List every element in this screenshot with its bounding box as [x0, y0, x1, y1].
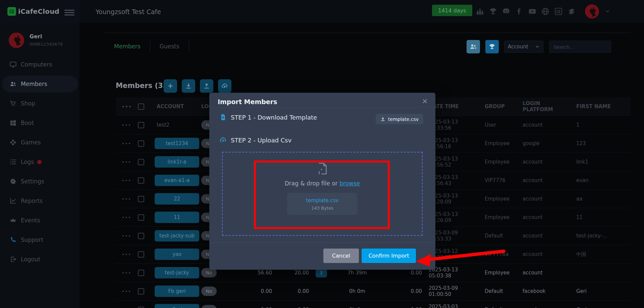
row-menu-icon[interactable]: ••• [116, 233, 132, 238]
layers-icon[interactable] [567, 7, 576, 16]
sidebar-user[interactable]: Geri 008612345678 [9, 33, 63, 48]
value-cell: 0.00 [273, 307, 310, 308]
notification-dot [37, 160, 42, 164]
close-icon[interactable]: × [422, 97, 428, 105]
account-cell[interactable]: test1234 [155, 138, 199, 149]
row-menu-icon[interactable]: ••• [116, 104, 132, 109]
plus-button[interactable] [164, 79, 177, 93]
first-name-cell: link1 [572, 159, 631, 165]
row-menu-icon[interactable]: ••• [116, 289, 132, 294]
account-cell[interactable]: Geri [155, 304, 199, 308]
ranking-button[interactable] [485, 40, 499, 53]
row-checkbox[interactable] [138, 140, 144, 147]
row-checkbox[interactable] [138, 270, 144, 276]
search-input[interactable] [549, 41, 611, 53]
sidebar-item-boot[interactable]: Boot [0, 113, 79, 133]
selected-file-size: 143 Bytes [311, 206, 333, 211]
row-checkbox[interactable] [138, 122, 144, 128]
locked-badge: No [201, 287, 217, 296]
sidebar-item-members[interactable]: Members [0, 74, 79, 94]
cloud-down-button[interactable] [218, 79, 231, 93]
topbar-icons: i2 [476, 0, 610, 23]
account-cell[interactable]: test-jacky-sub [155, 230, 199, 241]
row-checkbox[interactable] [138, 159, 144, 165]
group-cell: User [480, 122, 518, 128]
group-cell: Employee [480, 270, 518, 276]
sidebar-item-logs[interactable]: Logs [0, 152, 79, 172]
tab-guests[interactable]: Guests [150, 43, 189, 50]
file-icon [316, 162, 329, 175]
cancel-button[interactable]: Cancel [323, 249, 359, 263]
sidebar-item-label: Games [21, 139, 41, 146]
trophy-icon[interactable] [489, 7, 497, 16]
upload-button[interactable] [200, 79, 213, 93]
value-cell: 0.00 [273, 288, 310, 294]
download-template-button[interactable]: template.csv [376, 114, 423, 124]
download-button[interactable] [182, 79, 195, 93]
row-checkbox[interactable] [138, 177, 144, 184]
gamepad-icon [9, 139, 17, 146]
sidebar-item-computers[interactable]: Computers [0, 55, 79, 74]
cloud-upload-icon [219, 136, 227, 144]
account-cell[interactable]: test-jacky [155, 267, 199, 278]
tab-members[interactable]: Members [105, 43, 150, 50]
row-menu-icon[interactable]: ••• [116, 270, 132, 275]
group-cell: Default [480, 307, 518, 308]
content-divider [105, 33, 631, 33]
filter-select[interactable]: Account [504, 41, 543, 53]
discord-icon[interactable] [502, 7, 511, 16]
import-members-modal: Import Members × STEP 1 - Download Templ… [209, 93, 435, 270]
account-cell[interactable]: evan-a1-a [155, 175, 199, 186]
account-cell[interactable]: 22 [155, 193, 199, 205]
user-name: Geri [30, 33, 63, 40]
row-checkbox[interactable] [138, 251, 144, 258]
facebook-icon[interactable] [515, 7, 524, 16]
hamburger-menu-icon[interactable] [64, 8, 74, 17]
group-cell: Employee [480, 140, 518, 146]
account-cell[interactable]: Fb geri [155, 285, 199, 297]
account-cell[interactable]: yao [155, 249, 199, 260]
youtube-icon[interactable] [528, 7, 537, 16]
row-checkbox[interactable] [138, 196, 144, 202]
row-menu-icon[interactable]: ••• [116, 252, 132, 257]
account-cell[interactable]: 11 [155, 212, 199, 223]
tab-separator [189, 41, 189, 52]
first-name-cell: Geri [572, 307, 631, 308]
row-checkbox[interactable] [138, 307, 144, 308]
row-menu-icon[interactable]: ••• [116, 123, 132, 128]
account-cell[interactable]: link1r-a [155, 156, 199, 168]
modal-footer-divider [209, 243, 435, 243]
sidebar-item-logout[interactable]: Logout [0, 250, 79, 269]
download-icon [185, 83, 192, 89]
confirm-import-button[interactable]: Confirm Import [362, 249, 416, 263]
row-checkbox[interactable] [138, 214, 144, 221]
row-menu-icon[interactable]: ••• [116, 178, 132, 183]
sidebar-item-shop[interactable]: Shop [0, 94, 79, 113]
i2-icon[interactable]: i2 [554, 7, 563, 16]
locked-badge: No [201, 305, 217, 308]
column-group: GROUP [480, 103, 518, 109]
row-menu-icon[interactable]: ••• [116, 160, 132, 165]
sidebar-item-reports[interactable]: Reports [0, 191, 79, 211]
chevron-down-icon[interactable] [605, 9, 610, 14]
row-menu-icon[interactable]: ••• [116, 141, 132, 146]
member-groups-button[interactable] [467, 40, 480, 53]
row-menu-icon[interactable]: ••• [116, 196, 132, 202]
tabs: Members Guests [105, 38, 189, 55]
account-cell: test2 [153, 122, 201, 128]
cafe-title: Youngzsoft Test Cafe [96, 8, 161, 15]
ranking-icon[interactable] [476, 7, 484, 16]
globe-icon[interactable] [541, 7, 550, 16]
sidebar-item-settings[interactable]: Settings [0, 172, 79, 191]
row-checkbox[interactable] [138, 233, 144, 239]
sidebar-item-games[interactable]: Games [0, 133, 79, 152]
select-all-checkbox[interactable] [138, 103, 144, 110]
upload-dropzone[interactable]: Drag & drop file or browse template.csv … [222, 152, 423, 236]
sidebar-item-label: Logout [21, 256, 40, 263]
row-menu-icon[interactable]: ••• [116, 215, 132, 220]
browse-link[interactable]: browse [339, 180, 360, 187]
row-checkbox[interactable] [138, 288, 144, 295]
sidebar-item-support[interactable]: Support [0, 230, 79, 250]
sidebar-item-events[interactable]: Events [0, 211, 79, 230]
topbar-avatar[interactable] [585, 4, 599, 18]
